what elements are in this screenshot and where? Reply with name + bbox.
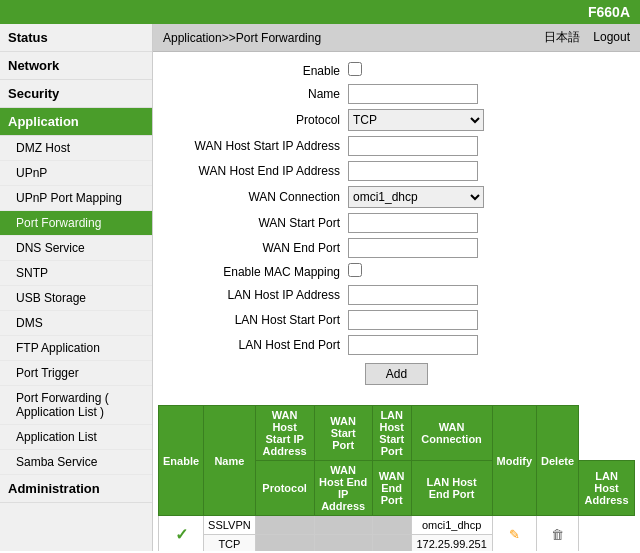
lan-host-ip-input[interactable]: [348, 285, 478, 305]
sidebar-item-usb-storage[interactable]: USB Storage: [0, 286, 152, 311]
sidebar-section-administration[interactable]: Administration: [0, 475, 152, 503]
lan-host-start-input-wrap: [348, 310, 478, 330]
device-title: F660A: [588, 4, 630, 20]
enable-mac-row: Enable MAC Mapping: [168, 263, 625, 280]
th-lan-host-start-port: LAN Host Start Port: [372, 406, 411, 461]
th-wan-host-start-ip: WAN Host Start IP Address: [255, 406, 314, 461]
sidebar-section-application[interactable]: Application: [0, 108, 152, 136]
wan-end-port-input[interactable]: [348, 238, 478, 258]
form-area: Enable Name Protocol TCP UDP Both: [153, 52, 640, 405]
delete-button-1[interactable]: 🗑: [548, 525, 568, 545]
enable-check-1: ✓: [175, 526, 188, 543]
td-wan-start-port-1: [314, 516, 372, 535]
sidebar-item-upnp-port-mapping[interactable]: UPnP Port Mapping: [0, 186, 152, 211]
td-protocol-1: TCP: [204, 535, 256, 552]
enable-checkbox[interactable]: [348, 62, 362, 76]
lan-host-ip-label: LAN Host IP Address: [168, 288, 348, 302]
protocol-row: Protocol TCP UDP Both: [168, 109, 625, 131]
wan-end-port-row: WAN End Port: [168, 238, 625, 258]
th-lan-host-address: LAN Host Address: [579, 461, 635, 516]
name-input[interactable]: [348, 84, 478, 104]
td-wan-host-end-1: [255, 535, 314, 552]
lan-host-ip-input-wrap: [348, 285, 478, 305]
sidebar-item-port-forwarding-app-list[interactable]: Port Forwarding ( Application List ): [0, 386, 152, 425]
table-area: Enable Name WAN Host Start IP Address WA…: [153, 405, 640, 551]
wan-start-port-input[interactable]: [348, 213, 478, 233]
wan-connection-row: WAN Connection omci1_dhcp: [168, 186, 625, 208]
td-enable-1: ✓: [159, 516, 204, 552]
sidebar-item-dms[interactable]: DMS: [0, 311, 152, 336]
th-protocol: Protocol: [255, 461, 314, 516]
sidebar-item-application-list[interactable]: Application List: [0, 425, 152, 450]
wan-end-port-input-wrap: [348, 238, 478, 258]
lan-host-ip-row: LAN Host IP Address: [168, 285, 625, 305]
lan-host-end-input-wrap: [348, 335, 478, 355]
table-row: ✓ SSLVPN omci1_dhcp ✎ 🗑: [159, 516, 635, 535]
lang-link[interactable]: 日本語: [544, 30, 580, 44]
sidebar-item-upnp[interactable]: UPnP: [0, 161, 152, 186]
name-label: Name: [168, 87, 348, 101]
topbar-links: 日本語 Logout: [534, 29, 630, 46]
protocol-select[interactable]: TCP UDP Both: [348, 109, 484, 131]
wan-host-end-input-wrap: [348, 161, 478, 181]
name-row: Name: [168, 84, 625, 104]
topbar: Application>>Port Forwarding 日本語 Logout: [153, 24, 640, 52]
th-wan-start-port: WAN Start Port: [314, 406, 372, 461]
sidebar-item-port-forwarding[interactable]: Port Forwarding: [0, 211, 152, 236]
main-content: Application>>Port Forwarding 日本語 Logout …: [153, 24, 640, 551]
sidebar-section-security[interactable]: Security: [0, 80, 152, 108]
sidebar-item-ftp-application[interactable]: FTP Application: [0, 336, 152, 361]
th-wan-connection: WAN Connection: [411, 406, 492, 461]
edit-button-1[interactable]: ✎: [504, 525, 524, 545]
breadcrumb: Application>>Port Forwarding: [163, 31, 321, 45]
wan-host-start-input-wrap: [348, 136, 478, 156]
lan-host-end-input[interactable]: [348, 335, 478, 355]
sidebar-item-dmz-host[interactable]: DMZ Host: [0, 136, 152, 161]
wan-connection-label: WAN Connection: [168, 190, 348, 204]
wan-host-end-input[interactable]: [348, 161, 478, 181]
enable-row: Enable: [168, 62, 625, 79]
header: F660A: [0, 0, 640, 24]
lan-host-end-row: LAN Host End Port: [168, 335, 625, 355]
sidebar-item-port-trigger[interactable]: Port Trigger: [0, 361, 152, 386]
enable-mac-input-wrap: [348, 263, 362, 280]
sidebar: Status Network Security Application DMZ …: [0, 24, 153, 551]
wan-host-end-row: WAN Host End IP Address: [168, 161, 625, 181]
th-wan-host-end-ip: WAN Host End IP Address: [314, 461, 372, 516]
wan-host-end-label: WAN Host End IP Address: [168, 164, 348, 178]
td-lan-host-addr-1: 172.25.99.251: [411, 535, 492, 552]
name-input-wrap: [348, 84, 478, 104]
td-name-1: SSLVPN: [204, 516, 256, 535]
td-delete-1: 🗑: [537, 516, 579, 552]
wan-connection-select[interactable]: omci1_dhcp: [348, 186, 484, 208]
lan-host-start-input[interactable]: [348, 310, 478, 330]
sidebar-item-dns-service[interactable]: DNS Service: [0, 236, 152, 261]
td-wan-connection-1: omci1_dhcp: [411, 516, 492, 535]
add-button[interactable]: Add: [365, 363, 428, 385]
sidebar-section-status[interactable]: Status: [0, 24, 152, 52]
port-forwarding-table: Enable Name WAN Host Start IP Address WA…: [158, 405, 635, 551]
th-delete: Delete: [537, 406, 579, 516]
enable-label: Enable: [168, 64, 348, 78]
lan-host-start-row: LAN Host Start Port: [168, 310, 625, 330]
td-wan-host-start-1: [255, 516, 314, 535]
sidebar-section-network[interactable]: Network: [0, 52, 152, 80]
td-lan-host-end-1: [372, 535, 411, 552]
th-lan-host-end-port: LAN Host End Port: [411, 461, 492, 516]
wan-end-port-label: WAN End Port: [168, 241, 348, 255]
td-wan-end-port-1: [314, 535, 372, 552]
wan-host-start-row: WAN Host Start IP Address: [168, 136, 625, 156]
wan-connection-input-wrap: omci1_dhcp: [348, 186, 484, 208]
sidebar-item-sntp[interactable]: SNTP: [0, 261, 152, 286]
enable-mac-checkbox[interactable]: [348, 263, 362, 277]
sidebar-item-samba-service[interactable]: Samba Service: [0, 450, 152, 475]
protocol-label: Protocol: [168, 113, 348, 127]
logout-link[interactable]: Logout: [593, 30, 630, 44]
wan-host-start-input[interactable]: [348, 136, 478, 156]
td-lan-host-start-1: [372, 516, 411, 535]
protocol-input-wrap: TCP UDP Both: [348, 109, 484, 131]
lan-host-start-label: LAN Host Start Port: [168, 313, 348, 327]
th-name: Name: [204, 406, 256, 516]
enable-input-wrap: [348, 62, 362, 79]
lan-host-end-label: LAN Host End Port: [168, 338, 348, 352]
